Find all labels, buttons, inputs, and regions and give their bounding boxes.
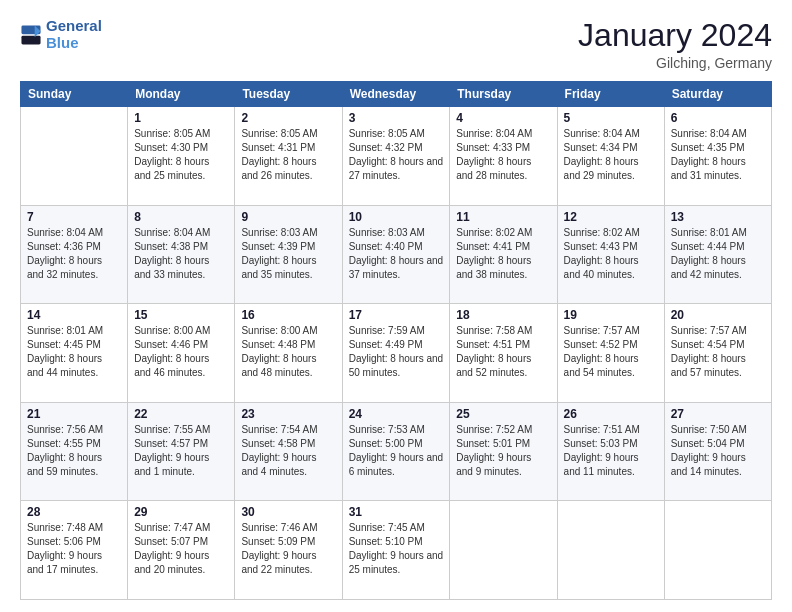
col-header-monday: Monday	[128, 82, 235, 107]
day-cell: 3Sunrise: 8:05 AMSunset: 4:32 PMDaylight…	[342, 107, 450, 206]
day-info: Sunrise: 7:57 AMSunset: 4:52 PMDaylight:…	[564, 324, 658, 380]
day-cell: 28Sunrise: 7:48 AMSunset: 5:06 PMDayligh…	[21, 501, 128, 600]
day-cell: 12Sunrise: 8:02 AMSunset: 4:43 PMDayligh…	[557, 205, 664, 304]
month-title: January 2024	[578, 18, 772, 53]
day-number: 9	[241, 210, 335, 224]
day-info: Sunrise: 8:05 AMSunset: 4:31 PMDaylight:…	[241, 127, 335, 183]
day-number: 26	[564, 407, 658, 421]
day-number: 27	[671, 407, 765, 421]
day-number: 10	[349, 210, 444, 224]
location: Gilching, Germany	[578, 55, 772, 71]
col-header-sunday: Sunday	[21, 82, 128, 107]
day-number: 7	[27, 210, 121, 224]
header: General Blue January 2024 Gilching, Germ…	[20, 18, 772, 71]
day-cell: 29Sunrise: 7:47 AMSunset: 5:07 PMDayligh…	[128, 501, 235, 600]
day-info: Sunrise: 7:48 AMSunset: 5:06 PMDaylight:…	[27, 521, 121, 577]
day-info: Sunrise: 8:01 AMSunset: 4:44 PMDaylight:…	[671, 226, 765, 282]
day-cell: 1Sunrise: 8:05 AMSunset: 4:30 PMDaylight…	[128, 107, 235, 206]
day-info: Sunrise: 7:59 AMSunset: 4:49 PMDaylight:…	[349, 324, 444, 380]
day-info: Sunrise: 8:02 AMSunset: 4:41 PMDaylight:…	[456, 226, 550, 282]
day-number: 18	[456, 308, 550, 322]
day-number: 12	[564, 210, 658, 224]
day-info: Sunrise: 8:00 AMSunset: 4:48 PMDaylight:…	[241, 324, 335, 380]
column-headers: SundayMondayTuesdayWednesdayThursdayFrid…	[21, 82, 772, 107]
day-info: Sunrise: 8:05 AMSunset: 4:32 PMDaylight:…	[349, 127, 444, 183]
logo: General Blue	[20, 18, 102, 51]
day-cell	[21, 107, 128, 206]
svg-rect-1	[21, 35, 40, 44]
day-number: 16	[241, 308, 335, 322]
day-cell: 9Sunrise: 8:03 AMSunset: 4:39 PMDaylight…	[235, 205, 342, 304]
day-cell: 31Sunrise: 7:45 AMSunset: 5:10 PMDayligh…	[342, 501, 450, 600]
day-cell: 20Sunrise: 7:57 AMSunset: 4:54 PMDayligh…	[664, 304, 771, 403]
day-cell	[557, 501, 664, 600]
day-number: 1	[134, 111, 228, 125]
day-cell: 6Sunrise: 8:04 AMSunset: 4:35 PMDaylight…	[664, 107, 771, 206]
day-info: Sunrise: 7:50 AMSunset: 5:04 PMDaylight:…	[671, 423, 765, 479]
day-number: 22	[134, 407, 228, 421]
day-cell: 22Sunrise: 7:55 AMSunset: 4:57 PMDayligh…	[128, 402, 235, 501]
day-number: 30	[241, 505, 335, 519]
day-info: Sunrise: 7:56 AMSunset: 4:55 PMDaylight:…	[27, 423, 121, 479]
day-cell: 2Sunrise: 8:05 AMSunset: 4:31 PMDaylight…	[235, 107, 342, 206]
day-cell: 4Sunrise: 8:04 AMSunset: 4:33 PMDaylight…	[450, 107, 557, 206]
day-number: 23	[241, 407, 335, 421]
day-cell: 8Sunrise: 8:04 AMSunset: 4:38 PMDaylight…	[128, 205, 235, 304]
day-info: Sunrise: 8:01 AMSunset: 4:45 PMDaylight:…	[27, 324, 121, 380]
day-info: Sunrise: 7:54 AMSunset: 4:58 PMDaylight:…	[241, 423, 335, 479]
day-cell: 11Sunrise: 8:02 AMSunset: 4:41 PMDayligh…	[450, 205, 557, 304]
logo-text: General Blue	[46, 18, 102, 51]
col-header-saturday: Saturday	[664, 82, 771, 107]
day-info: Sunrise: 8:05 AMSunset: 4:30 PMDaylight:…	[134, 127, 228, 183]
day-cell: 23Sunrise: 7:54 AMSunset: 4:58 PMDayligh…	[235, 402, 342, 501]
day-info: Sunrise: 7:53 AMSunset: 5:00 PMDaylight:…	[349, 423, 444, 479]
day-number: 13	[671, 210, 765, 224]
day-info: Sunrise: 7:58 AMSunset: 4:51 PMDaylight:…	[456, 324, 550, 380]
day-number: 8	[134, 210, 228, 224]
day-number: 11	[456, 210, 550, 224]
col-header-friday: Friday	[557, 82, 664, 107]
day-cell: 7Sunrise: 8:04 AMSunset: 4:36 PMDaylight…	[21, 205, 128, 304]
col-header-thursday: Thursday	[450, 82, 557, 107]
day-cell: 16Sunrise: 8:00 AMSunset: 4:48 PMDayligh…	[235, 304, 342, 403]
day-number: 21	[27, 407, 121, 421]
day-cell: 24Sunrise: 7:53 AMSunset: 5:00 PMDayligh…	[342, 402, 450, 501]
week-row-4: 21Sunrise: 7:56 AMSunset: 4:55 PMDayligh…	[21, 402, 772, 501]
day-cell: 30Sunrise: 7:46 AMSunset: 5:09 PMDayligh…	[235, 501, 342, 600]
day-cell: 14Sunrise: 8:01 AMSunset: 4:45 PMDayligh…	[21, 304, 128, 403]
logo-blue: Blue	[46, 34, 79, 51]
logo-icon	[20, 24, 42, 46]
day-info: Sunrise: 8:04 AMSunset: 4:33 PMDaylight:…	[456, 127, 550, 183]
day-info: Sunrise: 7:55 AMSunset: 4:57 PMDaylight:…	[134, 423, 228, 479]
day-cell	[664, 501, 771, 600]
day-number: 24	[349, 407, 444, 421]
day-info: Sunrise: 7:45 AMSunset: 5:10 PMDaylight:…	[349, 521, 444, 577]
day-number: 2	[241, 111, 335, 125]
day-cell: 19Sunrise: 7:57 AMSunset: 4:52 PMDayligh…	[557, 304, 664, 403]
day-info: Sunrise: 8:04 AMSunset: 4:34 PMDaylight:…	[564, 127, 658, 183]
day-cell: 21Sunrise: 7:56 AMSunset: 4:55 PMDayligh…	[21, 402, 128, 501]
day-cell: 13Sunrise: 8:01 AMSunset: 4:44 PMDayligh…	[664, 205, 771, 304]
day-number: 14	[27, 308, 121, 322]
day-info: Sunrise: 8:04 AMSunset: 4:38 PMDaylight:…	[134, 226, 228, 282]
day-info: Sunrise: 7:51 AMSunset: 5:03 PMDaylight:…	[564, 423, 658, 479]
day-info: Sunrise: 8:04 AMSunset: 4:36 PMDaylight:…	[27, 226, 121, 282]
title-block: January 2024 Gilching, Germany	[578, 18, 772, 71]
week-row-3: 14Sunrise: 8:01 AMSunset: 4:45 PMDayligh…	[21, 304, 772, 403]
day-number: 20	[671, 308, 765, 322]
day-info: Sunrise: 8:04 AMSunset: 4:35 PMDaylight:…	[671, 127, 765, 183]
day-info: Sunrise: 8:03 AMSunset: 4:40 PMDaylight:…	[349, 226, 444, 282]
day-number: 19	[564, 308, 658, 322]
day-cell: 10Sunrise: 8:03 AMSunset: 4:40 PMDayligh…	[342, 205, 450, 304]
day-info: Sunrise: 8:02 AMSunset: 4:43 PMDaylight:…	[564, 226, 658, 282]
day-info: Sunrise: 7:46 AMSunset: 5:09 PMDaylight:…	[241, 521, 335, 577]
day-number: 29	[134, 505, 228, 519]
day-number: 28	[27, 505, 121, 519]
day-number: 4	[456, 111, 550, 125]
week-row-2: 7Sunrise: 8:04 AMSunset: 4:36 PMDaylight…	[21, 205, 772, 304]
day-number: 5	[564, 111, 658, 125]
day-cell: 15Sunrise: 8:00 AMSunset: 4:46 PMDayligh…	[128, 304, 235, 403]
day-number: 17	[349, 308, 444, 322]
day-info: Sunrise: 7:47 AMSunset: 5:07 PMDaylight:…	[134, 521, 228, 577]
page: General Blue January 2024 Gilching, Germ…	[0, 0, 792, 612]
